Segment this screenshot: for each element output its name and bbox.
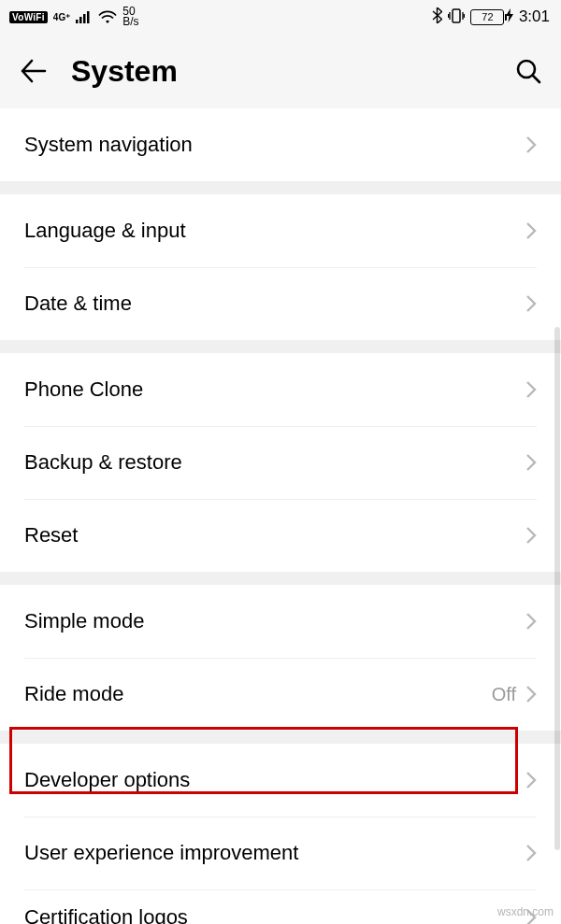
status-bar: VoWiFi 4G⁺ 50 B/s 72 3:01	[0, 0, 561, 34]
row-label: Simple mode	[24, 609, 525, 633]
charging-icon	[506, 8, 513, 25]
network-mode: 4G⁺	[53, 13, 70, 21]
bluetooth-icon	[432, 7, 442, 26]
settings-group: Developer options User experience improv…	[0, 744, 561, 924]
chevron-right-icon	[525, 685, 537, 704]
search-icon	[514, 57, 542, 85]
row-ride-mode[interactable]: Ride mode Off	[0, 658, 561, 731]
battery-indicator: 72	[470, 8, 513, 25]
row-label: Date & time	[24, 291, 525, 316]
row-label: Language & input	[24, 219, 525, 243]
row-reset[interactable]: Reset	[0, 499, 561, 572]
chevron-right-icon	[525, 221, 537, 240]
vibrate-icon	[448, 8, 465, 26]
svg-rect-3	[87, 11, 90, 23]
chevron-right-icon	[525, 771, 537, 789]
row-label: Backup & restore	[24, 450, 525, 475]
settings-group: Language & input Date & time	[0, 194, 561, 340]
row-backup-restore[interactable]: Backup & restore	[0, 426, 561, 499]
row-label: Phone Clone	[24, 377, 525, 402]
chevron-right-icon	[525, 294, 537, 313]
svg-rect-4	[453, 9, 460, 22]
row-simple-mode[interactable]: Simple mode	[0, 585, 561, 658]
back-button[interactable]	[17, 55, 49, 87]
chevron-right-icon	[525, 453, 537, 472]
search-button[interactable]	[512, 55, 544, 87]
chevron-right-icon	[525, 380, 537, 399]
svg-rect-0	[76, 20, 79, 23]
chevron-right-icon	[525, 135, 537, 154]
row-label: Developer options	[24, 768, 525, 792]
scroll-indicator	[554, 327, 560, 850]
chevron-right-icon	[525, 844, 537, 862]
watermark: wsxdn.com	[497, 905, 554, 918]
chevron-right-icon	[525, 526, 537, 545]
status-left: VoWiFi 4G⁺ 50 B/s	[9, 7, 139, 27]
chevron-right-icon	[525, 612, 537, 631]
row-date-time[interactable]: Date & time	[0, 267, 561, 340]
back-arrow-icon	[19, 57, 47, 85]
settings-list: System navigation Language & input Date …	[0, 108, 561, 924]
wifi-icon	[98, 10, 117, 24]
row-certification-logos[interactable]: Certification logos	[0, 889, 561, 924]
page-title: System	[71, 54, 490, 89]
signal-icon	[76, 10, 93, 23]
clock: 3:01	[519, 7, 550, 26]
row-developer-options[interactable]: Developer options	[0, 744, 561, 817]
row-label: Certification logos	[24, 905, 525, 924]
vowifi-badge: VoWiFi	[9, 11, 48, 23]
svg-rect-1	[79, 17, 82, 23]
settings-group: Simple mode Ride mode Off	[0, 585, 561, 731]
settings-group: Phone Clone Backup & restore Reset	[0, 353, 561, 572]
row-user-experience-improvement[interactable]: User experience improvement	[0, 817, 561, 889]
svg-rect-2	[83, 14, 86, 23]
row-system-navigation[interactable]: System navigation	[0, 108, 561, 181]
status-right: 72 3:01	[432, 7, 550, 26]
row-value: Off	[492, 684, 516, 705]
row-phone-clone[interactable]: Phone Clone	[0, 353, 561, 426]
row-label: Ride mode	[24, 682, 492, 706]
row-label: User experience improvement	[24, 841, 525, 865]
settings-group: System navigation	[0, 108, 561, 181]
row-language-input[interactable]: Language & input	[0, 194, 561, 267]
row-label: System navigation	[24, 133, 525, 157]
network-speed: 50 B/s	[122, 7, 138, 27]
header: System	[0, 34, 561, 108]
row-label: Reset	[24, 523, 525, 547]
